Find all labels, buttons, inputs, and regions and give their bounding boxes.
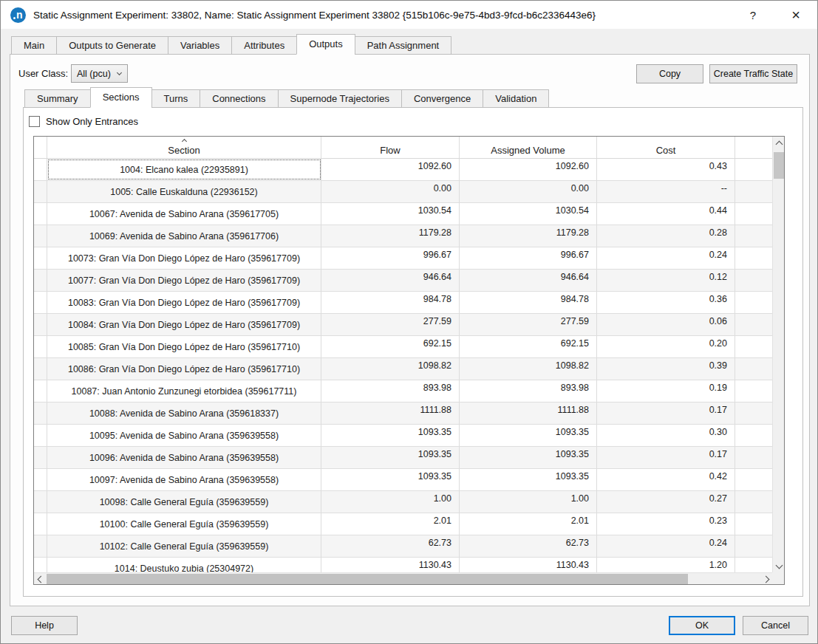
cell-assigned-volume[interactable]: 1111.88: [460, 402, 597, 424]
cell-assigned-volume[interactable]: 1030.54: [460, 203, 597, 225]
cell-section[interactable]: 10085: Gran Vía Don Diego López de Haro …: [47, 336, 321, 357]
main-tab-outputs[interactable]: Outputs: [296, 34, 355, 55]
cell-flow[interactable]: 1093.35: [321, 469, 460, 490]
cell-flow[interactable]: 0.00: [321, 181, 460, 202]
output-tab-supernode-trajectories[interactable]: Supernode Trajectories: [278, 89, 402, 108]
cell-assigned-volume[interactable]: 996.67: [460, 247, 597, 269]
output-tab-convergence[interactable]: Convergence: [401, 89, 483, 108]
cell-flow[interactable]: 946.64: [321, 270, 460, 291]
cell-flow[interactable]: 1130.43: [321, 558, 460, 574]
cell-section[interactable]: 10098: Calle General Eguía (359639559): [47, 491, 321, 513]
cell-section[interactable]: 10073: Gran Vía Don Diego López de Haro …: [47, 247, 321, 269]
cell-section[interactable]: 10083: Gran Vía Don Diego López de Haro …: [47, 292, 321, 313]
user-class-dropdown[interactable]: All (pcu): [71, 64, 128, 83]
cell-flow[interactable]: 1111.88: [321, 402, 460, 424]
table-row[interactable]: 10086: Gran Vía Don Diego López de Haro …: [34, 358, 773, 380]
cell-cost[interactable]: 1.20: [597, 558, 735, 574]
cell-cost[interactable]: 0.19: [597, 380, 735, 402]
table-row[interactable]: 10083: Gran Vía Don Diego López de Haro …: [34, 292, 773, 314]
cell-assigned-volume[interactable]: 692.15: [460, 336, 597, 357]
cell-section[interactable]: 10096: Avenida de Sabino Arana (35963955…: [47, 447, 321, 468]
cell-assigned-volume[interactable]: 893.98: [460, 380, 597, 402]
cell-section[interactable]: 10097: Avenida de Sabino Arana (35963955…: [47, 469, 321, 490]
cell-flow[interactable]: 1092.60: [321, 159, 460, 180]
cell-cost[interactable]: 0.30: [597, 425, 735, 446]
copy-button[interactable]: Copy: [636, 64, 703, 83]
cell-flow[interactable]: 996.67: [321, 247, 460, 269]
cell-cost[interactable]: 0.12: [597, 270, 735, 291]
cell-section[interactable]: 10087: Juan Antonio Zunzunegi etorbidea …: [47, 380, 321, 402]
column-header-cost[interactable]: Cost: [597, 137, 735, 158]
cell-cost[interactable]: 0.36: [597, 292, 735, 313]
cell-flow[interactable]: 277.59: [321, 314, 460, 335]
table-row[interactable]: 1005: Calle Euskalduna (22936152)0.000.0…: [34, 181, 773, 203]
cell-cost[interactable]: 0.24: [597, 535, 735, 557]
cell-cost[interactable]: 0.17: [597, 402, 735, 424]
horizontal-scrollbar[interactable]: [34, 572, 773, 584]
cell-section[interactable]: 10084: Gran Vía Don Diego López de Haro …: [47, 314, 321, 335]
column-header-assigned-volume[interactable]: Assigned Volume: [460, 137, 597, 158]
cell-assigned-volume[interactable]: 0.00: [460, 181, 597, 202]
table-row[interactable]: 10084: Gran Vía Don Diego López de Haro …: [34, 314, 773, 336]
main-tab-attributes[interactable]: Attributes: [231, 36, 297, 55]
main-tab-variables[interactable]: Variables: [168, 36, 232, 55]
table-row[interactable]: 10096: Avenida de Sabino Arana (35963955…: [34, 447, 773, 469]
table-row[interactable]: 10069: Avenida de Sabino Arana (35961770…: [34, 225, 773, 247]
cell-section[interactable]: 1005: Calle Euskalduna (22936152): [47, 181, 321, 202]
cell-assigned-volume[interactable]: 1093.35: [460, 425, 597, 446]
cell-flow[interactable]: 1030.54: [321, 203, 460, 225]
output-tab-sections[interactable]: Sections: [90, 87, 152, 108]
cell-cost[interactable]: 0.17: [597, 447, 735, 468]
cell-cost[interactable]: 0.27: [597, 491, 735, 513]
cell-flow[interactable]: 692.15: [321, 336, 460, 357]
cell-assigned-volume[interactable]: 1.00: [460, 491, 597, 513]
cell-flow[interactable]: 893.98: [321, 380, 460, 402]
cell-assigned-volume[interactable]: 2.01: [460, 513, 597, 535]
output-tab-turns[interactable]: Turns: [151, 89, 201, 108]
output-tab-connections[interactable]: Connections: [200, 89, 278, 108]
main-tab-outputs-to-generate[interactable]: Outputs to Generate: [56, 36, 168, 55]
cell-cost[interactable]: 0.44: [597, 203, 735, 225]
table-row[interactable]: 10088: Avenida de Sabino Arana (35961833…: [34, 402, 773, 425]
help-icon[interactable]: ?: [732, 1, 774, 29]
column-header-section[interactable]: Section: [47, 137, 321, 158]
cell-cost[interactable]: 0.39: [597, 358, 735, 380]
scroll-right-icon[interactable]: [761, 573, 773, 585]
cell-assigned-volume[interactable]: 984.78: [460, 292, 597, 313]
cell-flow[interactable]: 1098.82: [321, 358, 460, 380]
cell-flow[interactable]: 1093.35: [321, 425, 460, 446]
horizontal-scrollbar-thumb[interactable]: [47, 574, 688, 584]
cell-section[interactable]: 10102: Calle General Eguía (359639559): [47, 535, 321, 557]
cell-section[interactable]: 1004: Elcano kalea (22935891): [47, 159, 321, 180]
cell-section[interactable]: 10100: Calle General Eguía (359639559): [47, 513, 321, 535]
cell-flow[interactable]: 2.01: [321, 513, 460, 535]
help-button[interactable]: Help: [11, 616, 78, 635]
show-only-entrances-checkbox[interactable]: [29, 116, 40, 127]
cell-section[interactable]: 1014: Deustuko zubia (25304972): [47, 558, 321, 574]
cancel-button[interactable]: Cancel: [743, 616, 808, 635]
cell-assigned-volume[interactable]: 1179.28: [460, 225, 597, 247]
cell-flow[interactable]: 984.78: [321, 292, 460, 313]
cell-section[interactable]: 10067: Avenida de Sabino Arana (35961770…: [47, 203, 321, 225]
cell-flow[interactable]: 1093.35: [321, 447, 460, 468]
cell-assigned-volume[interactable]: 62.73: [460, 535, 597, 557]
cell-flow[interactable]: 1179.28: [321, 225, 460, 247]
table-row[interactable]: 1004: Elcano kalea (22935891)1092.601092…: [34, 159, 773, 181]
close-icon[interactable]: ×: [774, 1, 817, 29]
cell-cost[interactable]: 0.23: [597, 513, 735, 535]
cell-cost[interactable]: 0.06: [597, 314, 735, 335]
cell-section[interactable]: 10077: Gran Vía Don Diego López de Haro …: [47, 270, 321, 291]
cell-cost[interactable]: 0.42: [597, 469, 735, 490]
table-row[interactable]: 1014: Deustuko zubia (25304972)1130.4311…: [34, 558, 773, 574]
cell-assigned-volume[interactable]: 1093.35: [460, 447, 597, 468]
vertical-scrollbar[interactable]: [772, 137, 784, 572]
main-tab-path-assignment[interactable]: Path Assignment: [355, 36, 452, 55]
cell-assigned-volume[interactable]: 1093.35: [460, 469, 597, 490]
cell-flow[interactable]: 1.00: [321, 491, 460, 513]
cell-cost[interactable]: 0.20: [597, 336, 735, 357]
scroll-down-icon[interactable]: [773, 560, 785, 572]
cell-section[interactable]: 10086: Gran Vía Don Diego López de Haro …: [47, 358, 321, 380]
cell-assigned-volume[interactable]: 1092.60: [460, 159, 597, 180]
scroll-left-icon[interactable]: [34, 573, 46, 585]
table-row[interactable]: 10073: Gran Vía Don Diego López de Haro …: [34, 247, 773, 270]
